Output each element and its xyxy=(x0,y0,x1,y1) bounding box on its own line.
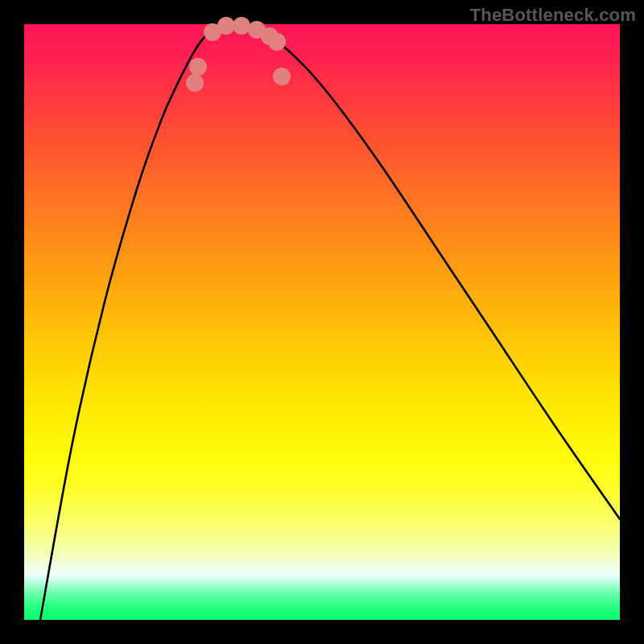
marker-dot xyxy=(268,33,286,51)
marker-dot xyxy=(273,68,291,85)
watermark-text: TheBottleneck.com xyxy=(470,5,636,26)
marker-dot xyxy=(217,17,235,35)
marker-group xyxy=(186,17,291,92)
marker-dot xyxy=(233,17,250,35)
chart-svg xyxy=(24,24,620,620)
marker-dot xyxy=(189,58,207,76)
marker-dot xyxy=(186,74,204,92)
bottleneck-curve xyxy=(40,25,620,620)
plot-area xyxy=(24,24,620,620)
